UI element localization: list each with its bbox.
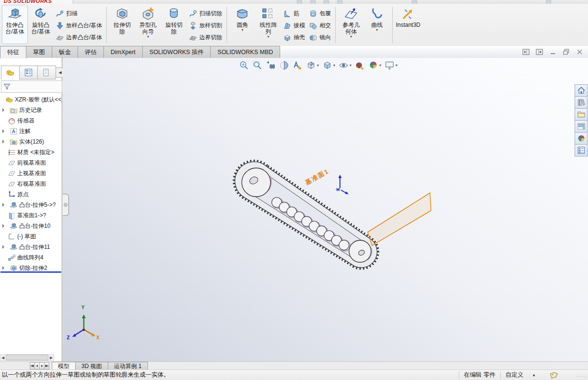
panel-tab-property-manager[interactable] — [19, 66, 38, 79]
tree-item[interactable]: 凸台-拉伸11 — [0, 242, 62, 252]
tab-last-button[interactable] — [44, 362, 49, 369]
tree-root-item[interactable]: XZR-履带 (默认<<默 — [0, 94, 62, 105]
zoom-area-button[interactable] — [251, 59, 263, 71]
tab-command[interactable]: SOLIDWORKS 插件 — [142, 46, 211, 58]
custom-toolbar-label[interactable]: 自定义 — [506, 371, 524, 379]
expand-arrow-icon[interactable] — [2, 266, 6, 270]
ribbon-button[interactable]: 拉伸凸 台/基体 — [2, 5, 28, 44]
taskpane-design-library-button[interactable] — [575, 96, 588, 109]
model-tab[interactable]: 运动算例 1 — [108, 362, 148, 370]
view-settings-button[interactable]: ▾ — [384, 59, 398, 71]
ribbon-button[interactable]: 线性阵 列▾ — [255, 5, 281, 44]
zoom-fit-button[interactable] — [238, 59, 250, 71]
tab-command[interactable]: 草图 — [26, 46, 52, 58]
panel-tab-configuration-manager[interactable] — [37, 66, 56, 79]
apply-scene-button[interactable]: ▾ — [367, 59, 382, 71]
ribbon-button[interactable]: 曲线▾ — [364, 5, 390, 44]
restore-button[interactable] — [561, 47, 571, 56]
ribbon-button[interactable]: 包覆 — [307, 8, 333, 20]
minimize-button[interactable] — [548, 47, 557, 56]
ribbon-button[interactable]: 扫描切除 — [187, 8, 224, 20]
scroll-left-arrow[interactable]: ◀ — [0, 355, 5, 360]
origin-indicator[interactable] — [336, 175, 349, 194]
tab-command[interactable]: SOLIDWORKS MBD — [210, 46, 280, 58]
tree-item[interactable]: 曲线阵列4 — [0, 252, 62, 263]
ribbon-button[interactable]: 异型孔 向导▾ — [135, 5, 161, 44]
edit-appearance-button[interactable] — [354, 59, 366, 71]
tree-item[interactable]: 传感器 — [0, 115, 62, 126]
display-style-button[interactable]: ▾ — [321, 59, 336, 71]
tree-item[interactable]: 实体(126) — [0, 136, 62, 147]
reference-plane[interactable] — [368, 193, 431, 246]
tree-item[interactable]: 注解 — [0, 126, 62, 136]
expand-arrow-icon[interactable] — [2, 245, 6, 249]
collapse-right-button[interactable] — [534, 47, 544, 56]
dropdown-arrow[interactable]: ▾ — [267, 35, 269, 38]
section-view-button[interactable] — [278, 59, 290, 71]
tree-item[interactable]: 材质 <未指定> — [0, 147, 62, 157]
dropdown-arrow[interactable]: ▾ — [379, 64, 381, 67]
tab-command[interactable]: 评估 — [78, 46, 104, 58]
tree-item[interactable]: 基准面1->? — [0, 210, 62, 221]
model-tab[interactable]: 3D 视图 — [75, 362, 108, 370]
taskpane-view-palette-button[interactable] — [575, 120, 588, 133]
tree-item[interactable]: 上视基准面 — [0, 168, 62, 179]
tab-command[interactable]: DimXpert — [103, 46, 143, 58]
ribbon-button[interactable]: 相交 — [307, 20, 333, 32]
expand-arrow-icon[interactable] — [2, 108, 6, 112]
expand-arrow-icon[interactable] — [2, 129, 6, 133]
dropdown-arrow[interactable]: ▾ — [396, 64, 397, 67]
dropdown-arrow[interactable]: ▾ — [147, 35, 149, 38]
ribbon-button[interactable]: 边界凸台/基体 — [54, 32, 104, 44]
dropdown-arrow[interactable]: ▾ — [317, 64, 319, 67]
custom-expand-arrow[interactable]: ▲ — [532, 373, 536, 377]
tree-item[interactable]: 历史记录 — [0, 105, 62, 115]
taskpane-appearances-button[interactable] — [575, 132, 588, 145]
ribbon-button[interactable]: 筋 — [281, 8, 307, 20]
tree-item[interactable]: (-) 草图 — [0, 231, 62, 242]
graphics-viewport[interactable]: 基准面1 Y Z X ▾▾▾▾▾ — [63, 58, 588, 361]
ribbon-button[interactable]: 边界切除 — [187, 32, 224, 44]
taskpane-custom-properties-button[interactable] — [575, 144, 588, 156]
ribbon-button[interactable]: 拔模 — [281, 20, 307, 32]
tree-item[interactable]: 凸台-拉伸5->? — [0, 200, 62, 210]
tag-icon[interactable] — [550, 371, 558, 379]
ribbon-button[interactable]: 拉伸切 除 — [109, 5, 135, 44]
dropdown-arrow[interactable]: ▾ — [241, 29, 243, 32]
dropdown-arrow[interactable]: ▾ — [350, 35, 352, 38]
scroll-right-arrow[interactable]: ▶ — [49, 355, 54, 360]
taskpane-home-button[interactable] — [575, 84, 588, 97]
ribbon-button[interactable]: 放样切割 — [187, 20, 224, 32]
tab-features[interactable]: 特征 — [0, 46, 26, 58]
view-orientation-button[interactable]: ▾ — [305, 59, 320, 71]
tree-item[interactable]: 右视基准面 — [0, 179, 62, 189]
tab-command[interactable]: 钣金 — [52, 46, 78, 58]
expand-arrow-icon[interactable] — [2, 224, 6, 228]
ribbon-button[interactable]: 扫描 — [54, 8, 104, 20]
ribbon-button[interactable]: 旋转切 除 — [161, 5, 187, 44]
ribbon-button[interactable]: 旋转凸 台/基体 — [28, 5, 54, 44]
dropdown-arrow[interactable]: ▾ — [333, 64, 335, 67]
expand-arrow-icon[interactable] — [2, 203, 6, 207]
dropdown-arrow[interactable]: ▾ — [350, 64, 351, 67]
model-tab[interactable]: 模型 — [52, 362, 76, 370]
ribbon-button[interactable]: 参考几 何体▾ — [338, 5, 364, 44]
resize-grip[interactable]: …… — [577, 372, 587, 378]
taskpane-file-explorer-button[interactable] — [575, 108, 588, 121]
ribbon-button[interactable]: 抽壳 — [281, 32, 307, 44]
tree-item[interactable]: 原点 — [0, 189, 62, 200]
ribbon-button[interactable]: 放样凸台/基体 — [54, 20, 104, 32]
previous-view-button[interactable] — [265, 59, 277, 71]
ribbon-button[interactable]: 镜向 — [307, 32, 333, 44]
panel-tab-featuremanager-tree[interactable] — [1, 66, 20, 79]
panel-horizontal-scrollbar[interactable]: ◀ ▶ — [0, 354, 54, 361]
annotations-visibility-button[interactable] — [292, 59, 304, 71]
panel-splitter-grip[interactable] — [63, 194, 69, 216]
hide-show-items-button[interactable]: ▾ — [338, 59, 352, 71]
tree-item[interactable]: 凸台-拉伸10 — [0, 221, 62, 231]
expand-arrow-icon[interactable] — [2, 140, 6, 144]
tree-filter-input[interactable] — [12, 82, 62, 91]
dropdown-arrow[interactable]: ▾ — [376, 29, 378, 32]
close-button[interactable] — [575, 47, 584, 56]
collapse-left-button[interactable] — [521, 47, 531, 56]
